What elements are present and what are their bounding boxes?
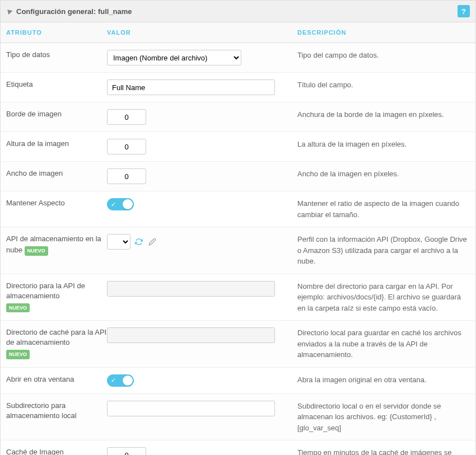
attr-label: Directorio de caché para la API de almac… bbox=[6, 328, 106, 346]
api-select[interactable] bbox=[107, 234, 130, 250]
attr-label: Etiqueta bbox=[6, 79, 107, 90]
check-icon: ✓ bbox=[111, 377, 116, 384]
badge-nuevo: NUEVO bbox=[6, 350, 30, 359]
row-api: API de almacenamiento en la nube NUEVO P… bbox=[0, 227, 476, 274]
attr-label: Tipo de datos bbox=[6, 50, 107, 60]
desc-text: Perfil con la información API (Dropbox, … bbox=[286, 234, 470, 267]
tipo-datos-select[interactable]: Imagen (Nombre del archivo) bbox=[107, 50, 241, 65]
row-mantener: Mantener Aspecto ✓ Mantener el ratio de … bbox=[0, 191, 476, 227]
panel-title: Configuración general: full_name bbox=[16, 7, 458, 16]
column-headers: ATRIBUTO VALOR DESCRIPCIÓN bbox=[0, 22, 476, 43]
dir-api-input bbox=[107, 281, 275, 297]
mantener-toggle[interactable]: ✓ bbox=[107, 198, 134, 210]
row-tipo-datos: Tipo de datos Imagen (Nombre del archivo… bbox=[0, 43, 476, 73]
subdir-input[interactable] bbox=[107, 401, 275, 416]
attr-label: Ancho de imagen bbox=[6, 168, 107, 179]
attr-label: Directorio para la API de almacenamiento bbox=[6, 282, 85, 300]
row-dir-cache: Directorio de caché para la API de almac… bbox=[0, 321, 476, 368]
attr-label: Altura de la imagen bbox=[6, 139, 107, 149]
attr-label: API de almacenamiento en la nube bbox=[6, 234, 101, 254]
altura-input[interactable] bbox=[107, 139, 146, 154]
row-subdir: Subdirectorio para almacenamiento local … bbox=[0, 394, 476, 441]
desc-text: Subdirectorio local o en el servidor don… bbox=[286, 401, 470, 434]
badge-nuevo: NUEVO bbox=[25, 246, 48, 256]
desc-text: Ancho de la imagen en píxeles. bbox=[286, 168, 470, 180]
row-abrir: Abrir en otra ventana ✓ Abra la imagen o… bbox=[0, 368, 476, 394]
desc-text: La altura de la imagen en píxeles. bbox=[286, 139, 470, 150]
col-header-descripcion: DESCRIPCIÓN bbox=[286, 29, 470, 36]
desc-text: Directorio local para guardar en caché l… bbox=[286, 327, 470, 360]
desc-text: Tiempo en minutos de la caché de imágene… bbox=[286, 447, 470, 455]
attr-label: Borde de imagen bbox=[6, 109, 107, 119]
attr-label: Mantener Aspecto bbox=[6, 198, 107, 208]
attr-label: Abrir en otra ventana bbox=[6, 374, 107, 384]
cache-img-input[interactable] bbox=[107, 447, 146, 455]
desc-text: Título del campo. bbox=[286, 79, 470, 91]
row-altura: Altura de la imagen La altura de la imag… bbox=[0, 132, 476, 162]
refresh-icon[interactable] bbox=[134, 237, 144, 247]
desc-text: Tipo del campo de datos. bbox=[286, 50, 470, 61]
row-borde: Borde de imagen Anchura de la borde de l… bbox=[0, 102, 476, 132]
row-etiqueta: Etiqueta Título del campo. bbox=[0, 73, 476, 102]
abrir-toggle[interactable]: ✓ bbox=[107, 374, 134, 387]
col-header-atributo: ATRIBUTO bbox=[6, 29, 107, 36]
help-button[interactable]: ? bbox=[458, 5, 470, 17]
attr-label: Subdirectorio para almacenamiento local bbox=[6, 401, 107, 421]
borde-input[interactable] bbox=[107, 109, 146, 125]
row-cache-img: Caché de Imagen Tiempo en minutos de la … bbox=[0, 440, 476, 455]
collapse-icon[interactable] bbox=[6, 8, 13, 15]
check-icon: ✓ bbox=[111, 201, 116, 208]
dir-cache-input bbox=[107, 327, 275, 343]
edit-icon[interactable] bbox=[147, 237, 157, 247]
badge-nuevo: NUEVO bbox=[6, 303, 30, 313]
attr-label: Caché de Imagen bbox=[6, 447, 107, 455]
col-header-valor: VALOR bbox=[107, 29, 286, 36]
etiqueta-input[interactable] bbox=[107, 79, 275, 95]
panel-header: Configuración general: full_name ? bbox=[0, 0, 476, 22]
row-ancho: Ancho de imagen Ancho de la imagen en pí… bbox=[0, 162, 476, 191]
row-dir-api: Directorio para la API de almacenamiento… bbox=[0, 274, 476, 321]
desc-text: Anchura de la borde de la imagen en píxe… bbox=[286, 109, 470, 120]
desc-text: Abra la imagen original en otra ventana. bbox=[286, 374, 470, 386]
desc-text: Nombre del directorio para cargar en la … bbox=[286, 281, 470, 314]
desc-text: Mantener el ratio de aspecto de la image… bbox=[286, 198, 470, 220]
ancho-input[interactable] bbox=[107, 168, 146, 184]
